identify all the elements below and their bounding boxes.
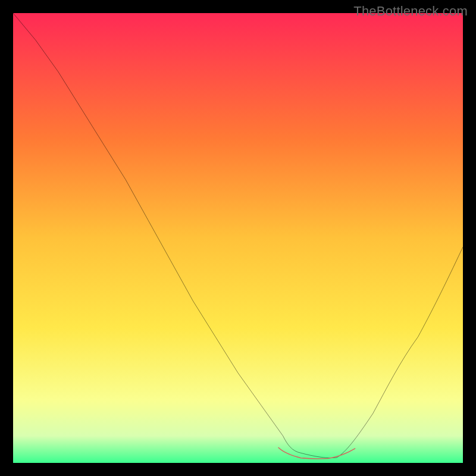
plot-area bbox=[13, 13, 463, 463]
gradient-background bbox=[13, 13, 463, 463]
chart-svg bbox=[13, 13, 463, 463]
watermark-text: TheBottleneck.com bbox=[353, 4, 468, 19]
chart-frame: TheBottleneck.com bbox=[0, 0, 476, 476]
